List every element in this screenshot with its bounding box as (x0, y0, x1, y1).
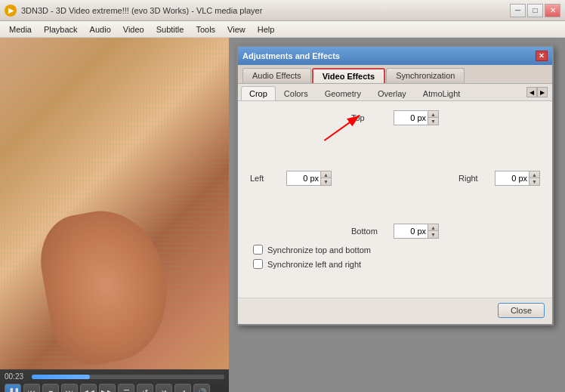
tab-crop[interactable]: Crop (241, 86, 276, 100)
tab-geometry[interactable]: Geometry (316, 86, 369, 100)
left-spin-btns: ▲ ▼ (320, 171, 331, 185)
sync-top-bottom-row: Synchronize top and bottom (253, 245, 537, 255)
loop-button[interactable]: ↺ (137, 384, 153, 392)
right-input[interactable] (496, 171, 529, 185)
title-bar: ▶ 3DN3D - 3D Video extreme!!! (evo 3D Wo… (0, 0, 565, 21)
window-close-button[interactable]: ✕ (545, 4, 560, 17)
dialog-title: Adjustments and Effects (242, 51, 340, 60)
playlist-button[interactable]: ☰ (118, 384, 134, 392)
main-area: 00:23 ▐▐ ⏮ ■ ⏭ ◀◀ ▶▶ ☰ ↺ ⤮ ⤢ 🔊 (0, 38, 565, 392)
top-row: Top ▲ ▼ (250, 110, 540, 125)
tab-video-effects[interactable]: Video Effects (312, 68, 386, 83)
controls-row: ▐▐ ⏮ ■ ⏭ ◀◀ ▶▶ ☰ ↺ ⤮ ⤢ 🔊 (5, 384, 224, 392)
sync-top-bottom-checkbox[interactable] (253, 245, 263, 255)
vlc-icon: ▶ (5, 5, 17, 17)
sync-left-right-checkbox[interactable] (253, 259, 263, 269)
left-input[interactable] (287, 171, 320, 185)
volume-button[interactable]: 🔊 (193, 384, 210, 392)
right-item: Right ▲ ▼ (458, 171, 540, 186)
menu-tools[interactable]: Tools (190, 23, 221, 35)
left-label: Left (250, 174, 280, 183)
tab-synchronization[interactable]: Synchronization (386, 68, 465, 83)
bottom-spin-btns: ▲ ▼ (428, 224, 438, 238)
next-button[interactable]: ⏭ (61, 384, 78, 392)
bottom-label: Bottom (351, 227, 381, 236)
dialog-area: Adjustments and Effects ✕ Audio Effects … (229, 38, 565, 392)
menu-view[interactable]: View (221, 23, 252, 35)
menu-audio[interactable]: Audio (84, 23, 117, 35)
dialog-title-bar: Adjustments and Effects ✕ (238, 47, 552, 65)
progress-fill (32, 375, 90, 379)
time-display: 00:23 (5, 372, 29, 381)
left-spinbox[interactable]: ▲ ▼ (286, 171, 332, 186)
right-spin-down[interactable]: ▼ (529, 178, 539, 185)
right-spinbox[interactable]: ▲ ▼ (495, 171, 540, 186)
dialog-bottom: Close (238, 298, 552, 324)
right-label: Right (458, 174, 489, 183)
top-input[interactable] (394, 111, 428, 125)
close-dialog-button[interactable]: Close (498, 303, 545, 318)
tab-atmolight[interactable]: AtmoLight (415, 86, 469, 100)
window-controls: ─ □ ✕ (510, 4, 560, 17)
adjustments-dialog: Adjustments and Effects ✕ Audio Effects … (236, 45, 554, 326)
minimize-button[interactable]: ─ (510, 4, 526, 17)
sync-left-right-row: Synchronize left and right (253, 259, 537, 269)
menu-playback[interactable]: Playback (38, 23, 84, 35)
bottom-spin-down[interactable]: ▼ (428, 231, 438, 238)
frame-next-button[interactable]: ▶▶ (99, 384, 116, 392)
bottom-row: Bottom ▲ ▼ (250, 224, 540, 239)
progress-row: 00:23 (5, 372, 224, 381)
middle-row: Left ▲ ▼ Right (250, 171, 540, 186)
crop-content: Top ▲ ▼ Left (238, 101, 552, 298)
checkbox-area: Synchronize top and bottom Synchronize l… (250, 245, 540, 269)
prev-button[interactable]: ⏮ (23, 384, 40, 392)
top-spinbox[interactable]: ▲ ▼ (394, 110, 439, 125)
outer-tab-bar: Audio Effects Video Effects Synchronizat… (238, 65, 552, 84)
window-title: 3DN3D - 3D Video extreme!!! (evo 3D Work… (21, 6, 262, 15)
expand-button[interactable]: ⤢ (174, 384, 191, 392)
top-label: Top (351, 113, 381, 122)
tab-audio-effects[interactable]: Audio Effects (242, 68, 311, 83)
maximize-button[interactable]: □ (527, 4, 543, 17)
stop-button[interactable]: ■ (42, 384, 59, 392)
tab-colors[interactable]: Colors (276, 86, 316, 100)
sync-top-bottom-label: Synchronize top and bottom (267, 245, 371, 255)
random-button[interactable]: ⤮ (156, 384, 172, 392)
tab-nav-right[interactable]: ▶ (537, 87, 548, 97)
dialog-close-x-button[interactable]: ✕ (536, 51, 548, 61)
tab-nav: ◀ ▶ (525, 84, 549, 100)
tab-overlay[interactable]: Overlay (369, 86, 415, 100)
menu-video[interactable]: Video (117, 23, 150, 35)
menu-help[interactable]: Help (252, 23, 281, 35)
top-spin-btns: ▲ ▼ (428, 111, 438, 125)
progress-bar[interactable] (32, 375, 224, 379)
play-pause-button[interactable]: ▐▐ (5, 384, 21, 392)
top-spin-down[interactable]: ▼ (428, 118, 438, 125)
sync-left-right-label: Synchronize left and right (267, 260, 361, 269)
video-area: 00:23 ▐▐ ⏮ ■ ⏭ ◀◀ ▶▶ ☰ ↺ ⤮ ⤢ 🔊 (0, 38, 229, 392)
bottom-spinbox[interactable]: ▲ ▼ (394, 224, 439, 239)
inner-tab-bar: Crop Colors Geometry Overlay AtmoLight ◀… (238, 84, 552, 101)
right-spin-up[interactable]: ▲ (529, 171, 539, 178)
menu-subtitle[interactable]: Subtitle (150, 23, 190, 35)
left-item: Left ▲ ▼ (250, 171, 332, 186)
playback-bar: 00:23 ▐▐ ⏮ ■ ⏭ ◀◀ ▶▶ ☰ ↺ ⤮ ⤢ 🔊 (0, 369, 229, 392)
menu-media[interactable]: Media (3, 23, 38, 35)
bottom-spin-up[interactable]: ▲ (428, 224, 438, 231)
title-bar-left: ▶ 3DN3D - 3D Video extreme!!! (evo 3D Wo… (5, 5, 262, 17)
right-spin-btns: ▲ ▼ (529, 171, 539, 185)
left-spin-up[interactable]: ▲ (320, 171, 331, 178)
menu-bar: Media Playback Audio Video Subtitle Tool… (0, 21, 565, 38)
bottom-input[interactable] (394, 224, 428, 238)
left-spin-down[interactable]: ▼ (320, 178, 331, 185)
tab-nav-left[interactable]: ◀ (526, 87, 537, 97)
frame-prev-button[interactable]: ◀◀ (80, 384, 97, 392)
top-spin-up[interactable]: ▲ (428, 111, 438, 118)
